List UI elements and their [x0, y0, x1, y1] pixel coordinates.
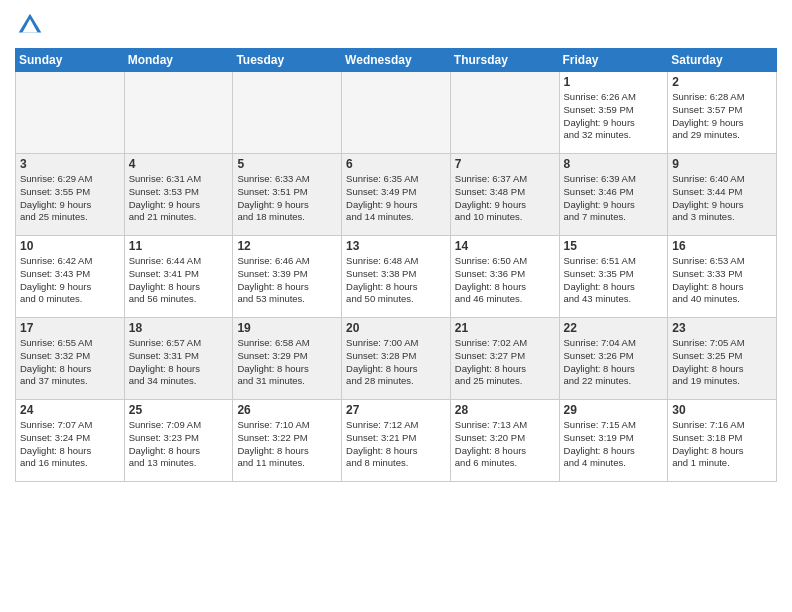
calendar-cell: 18Sunrise: 6:57 AM Sunset: 3:31 PM Dayli… — [124, 318, 233, 400]
day-info: Sunrise: 6:50 AM Sunset: 3:36 PM Dayligh… — [455, 255, 555, 306]
day-info: Sunrise: 6:33 AM Sunset: 3:51 PM Dayligh… — [237, 173, 337, 224]
day-number: 18 — [129, 321, 229, 335]
calendar-cell: 6Sunrise: 6:35 AM Sunset: 3:49 PM Daylig… — [342, 154, 451, 236]
day-number: 22 — [564, 321, 664, 335]
calendar-cell: 21Sunrise: 7:02 AM Sunset: 3:27 PM Dayli… — [450, 318, 559, 400]
day-info: Sunrise: 6:42 AM Sunset: 3:43 PM Dayligh… — [20, 255, 120, 306]
calendar-cell: 30Sunrise: 7:16 AM Sunset: 3:18 PM Dayli… — [668, 400, 777, 482]
day-info: Sunrise: 6:28 AM Sunset: 3:57 PM Dayligh… — [672, 91, 772, 142]
calendar-header-friday: Friday — [559, 49, 668, 72]
day-number: 7 — [455, 157, 555, 171]
day-number: 21 — [455, 321, 555, 335]
day-number: 29 — [564, 403, 664, 417]
calendar-cell — [124, 72, 233, 154]
calendar-cell: 24Sunrise: 7:07 AM Sunset: 3:24 PM Dayli… — [16, 400, 125, 482]
calendar-cell: 22Sunrise: 7:04 AM Sunset: 3:26 PM Dayli… — [559, 318, 668, 400]
page-container: SundayMondayTuesdayWednesdayThursdayFrid… — [0, 0, 792, 487]
day-number: 4 — [129, 157, 229, 171]
calendar-cell: 7Sunrise: 6:37 AM Sunset: 3:48 PM Daylig… — [450, 154, 559, 236]
calendar-cell: 8Sunrise: 6:39 AM Sunset: 3:46 PM Daylig… — [559, 154, 668, 236]
day-info: Sunrise: 6:44 AM Sunset: 3:41 PM Dayligh… — [129, 255, 229, 306]
day-info: Sunrise: 6:46 AM Sunset: 3:39 PM Dayligh… — [237, 255, 337, 306]
calendar-cell: 14Sunrise: 6:50 AM Sunset: 3:36 PM Dayli… — [450, 236, 559, 318]
day-info: Sunrise: 6:57 AM Sunset: 3:31 PM Dayligh… — [129, 337, 229, 388]
calendar-cell: 3Sunrise: 6:29 AM Sunset: 3:55 PM Daylig… — [16, 154, 125, 236]
day-number: 1 — [564, 75, 664, 89]
calendar-week-2: 3Sunrise: 6:29 AM Sunset: 3:55 PM Daylig… — [16, 154, 777, 236]
calendar-header-sunday: Sunday — [16, 49, 125, 72]
day-info: Sunrise: 7:04 AM Sunset: 3:26 PM Dayligh… — [564, 337, 664, 388]
day-number: 28 — [455, 403, 555, 417]
calendar-header-tuesday: Tuesday — [233, 49, 342, 72]
day-info: Sunrise: 6:35 AM Sunset: 3:49 PM Dayligh… — [346, 173, 446, 224]
day-number: 16 — [672, 239, 772, 253]
day-info: Sunrise: 6:29 AM Sunset: 3:55 PM Dayligh… — [20, 173, 120, 224]
day-info: Sunrise: 6:48 AM Sunset: 3:38 PM Dayligh… — [346, 255, 446, 306]
day-number: 20 — [346, 321, 446, 335]
calendar-cell — [233, 72, 342, 154]
day-number: 9 — [672, 157, 772, 171]
day-number: 26 — [237, 403, 337, 417]
day-number: 8 — [564, 157, 664, 171]
day-info: Sunrise: 7:10 AM Sunset: 3:22 PM Dayligh… — [237, 419, 337, 470]
calendar-cell: 29Sunrise: 7:15 AM Sunset: 3:19 PM Dayli… — [559, 400, 668, 482]
day-info: Sunrise: 7:07 AM Sunset: 3:24 PM Dayligh… — [20, 419, 120, 470]
day-info: Sunrise: 6:51 AM Sunset: 3:35 PM Dayligh… — [564, 255, 664, 306]
calendar-cell: 1Sunrise: 6:26 AM Sunset: 3:59 PM Daylig… — [559, 72, 668, 154]
day-number: 24 — [20, 403, 120, 417]
day-info: Sunrise: 6:37 AM Sunset: 3:48 PM Dayligh… — [455, 173, 555, 224]
day-number: 11 — [129, 239, 229, 253]
calendar-cell: 10Sunrise: 6:42 AM Sunset: 3:43 PM Dayli… — [16, 236, 125, 318]
day-info: Sunrise: 7:05 AM Sunset: 3:25 PM Dayligh… — [672, 337, 772, 388]
day-info: Sunrise: 6:40 AM Sunset: 3:44 PM Dayligh… — [672, 173, 772, 224]
calendar-week-1: 1Sunrise: 6:26 AM Sunset: 3:59 PM Daylig… — [16, 72, 777, 154]
logo — [15, 10, 47, 40]
day-number: 14 — [455, 239, 555, 253]
day-info: Sunrise: 7:16 AM Sunset: 3:18 PM Dayligh… — [672, 419, 772, 470]
calendar-cell: 25Sunrise: 7:09 AM Sunset: 3:23 PM Dayli… — [124, 400, 233, 482]
calendar-cell — [16, 72, 125, 154]
calendar-cell: 19Sunrise: 6:58 AM Sunset: 3:29 PM Dayli… — [233, 318, 342, 400]
logo-icon — [15, 10, 45, 40]
day-number: 12 — [237, 239, 337, 253]
day-info: Sunrise: 7:15 AM Sunset: 3:19 PM Dayligh… — [564, 419, 664, 470]
calendar-cell: 20Sunrise: 7:00 AM Sunset: 3:28 PM Dayli… — [342, 318, 451, 400]
day-number: 2 — [672, 75, 772, 89]
day-info: Sunrise: 7:09 AM Sunset: 3:23 PM Dayligh… — [129, 419, 229, 470]
calendar-week-3: 10Sunrise: 6:42 AM Sunset: 3:43 PM Dayli… — [16, 236, 777, 318]
calendar-cell: 9Sunrise: 6:40 AM Sunset: 3:44 PM Daylig… — [668, 154, 777, 236]
calendar-cell: 17Sunrise: 6:55 AM Sunset: 3:32 PM Dayli… — [16, 318, 125, 400]
day-info: Sunrise: 6:39 AM Sunset: 3:46 PM Dayligh… — [564, 173, 664, 224]
day-number: 30 — [672, 403, 772, 417]
day-info: Sunrise: 7:12 AM Sunset: 3:21 PM Dayligh… — [346, 419, 446, 470]
calendar-cell: 4Sunrise: 6:31 AM Sunset: 3:53 PM Daylig… — [124, 154, 233, 236]
calendar-header-wednesday: Wednesday — [342, 49, 451, 72]
day-info: Sunrise: 6:53 AM Sunset: 3:33 PM Dayligh… — [672, 255, 772, 306]
day-number: 6 — [346, 157, 446, 171]
calendar-header-saturday: Saturday — [668, 49, 777, 72]
day-info: Sunrise: 7:13 AM Sunset: 3:20 PM Dayligh… — [455, 419, 555, 470]
day-number: 10 — [20, 239, 120, 253]
day-info: Sunrise: 6:55 AM Sunset: 3:32 PM Dayligh… — [20, 337, 120, 388]
day-number: 13 — [346, 239, 446, 253]
day-number: 19 — [237, 321, 337, 335]
day-info: Sunrise: 6:58 AM Sunset: 3:29 PM Dayligh… — [237, 337, 337, 388]
calendar-cell: 11Sunrise: 6:44 AM Sunset: 3:41 PM Dayli… — [124, 236, 233, 318]
day-number: 25 — [129, 403, 229, 417]
calendar-cell: 15Sunrise: 6:51 AM Sunset: 3:35 PM Dayli… — [559, 236, 668, 318]
day-info: Sunrise: 6:26 AM Sunset: 3:59 PM Dayligh… — [564, 91, 664, 142]
day-number: 3 — [20, 157, 120, 171]
day-number: 17 — [20, 321, 120, 335]
calendar-table: SundayMondayTuesdayWednesdayThursdayFrid… — [15, 48, 777, 482]
calendar-header-monday: Monday — [124, 49, 233, 72]
day-number: 23 — [672, 321, 772, 335]
calendar-header-row: SundayMondayTuesdayWednesdayThursdayFrid… — [16, 49, 777, 72]
calendar-cell: 2Sunrise: 6:28 AM Sunset: 3:57 PM Daylig… — [668, 72, 777, 154]
day-info: Sunrise: 7:00 AM Sunset: 3:28 PM Dayligh… — [346, 337, 446, 388]
calendar-cell: 26Sunrise: 7:10 AM Sunset: 3:22 PM Dayli… — [233, 400, 342, 482]
calendar-cell: 28Sunrise: 7:13 AM Sunset: 3:20 PM Dayli… — [450, 400, 559, 482]
calendar-cell: 13Sunrise: 6:48 AM Sunset: 3:38 PM Dayli… — [342, 236, 451, 318]
day-number: 5 — [237, 157, 337, 171]
calendar-cell: 12Sunrise: 6:46 AM Sunset: 3:39 PM Dayli… — [233, 236, 342, 318]
calendar-cell: 23Sunrise: 7:05 AM Sunset: 3:25 PM Dayli… — [668, 318, 777, 400]
